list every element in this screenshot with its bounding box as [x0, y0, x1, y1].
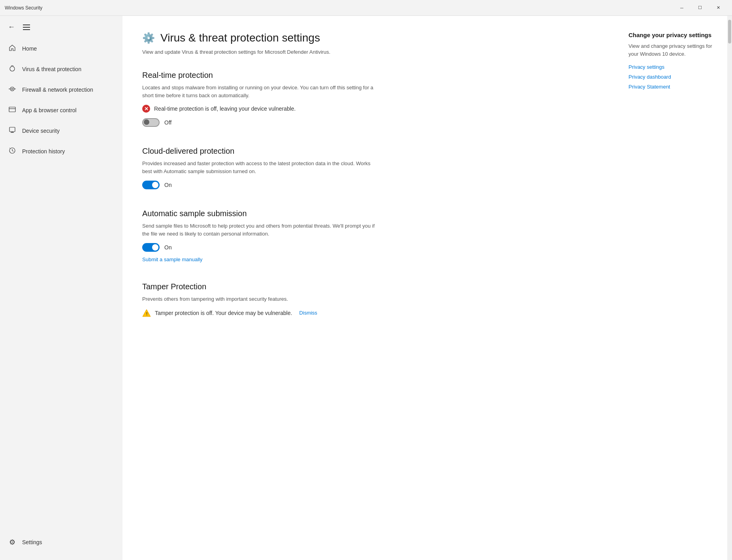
- privacy-heading: Change your privacy settings: [629, 32, 715, 38]
- back-button[interactable]: ←: [6, 21, 17, 33]
- hamburger-button[interactable]: [21, 23, 32, 32]
- hamburger-line-1: [23, 25, 30, 25]
- sidebar-top: ←: [0, 16, 122, 38]
- right-panel: Change your privacy settings View and ch…: [617, 16, 727, 560]
- scrollbar-thumb[interactable]: [728, 20, 731, 43]
- sidebar-item-label-device-security: Device security: [22, 128, 60, 134]
- svg-rect-5: [9, 107, 15, 112]
- svg-point-1: [10, 87, 14, 91]
- sidebar-item-virus[interactable]: Virus & threat protection: [0, 59, 122, 79]
- minimize-button[interactable]: ─: [673, 2, 691, 14]
- sidebar-item-label-home: Home: [22, 45, 37, 52]
- section-desc-tamper: Prevents others from tampering with impo…: [142, 295, 375, 303]
- dismiss-link[interactable]: Dismiss: [299, 310, 318, 316]
- toggle-row-auto-sample: On: [142, 243, 375, 252]
- section-title-cloud: Cloud-delivered protection: [142, 147, 375, 156]
- main-window: ← HomeVirus & threat protectionFirewall …: [0, 16, 732, 560]
- title-bar: Windows Security ─ ☐ ✕: [0, 0, 732, 16]
- toggle-auto-sample[interactable]: [142, 243, 160, 252]
- status-msg-tamper: !Tamper protection is off. Your device m…: [142, 309, 375, 317]
- firewall-nav-icon: [8, 85, 17, 94]
- privacy-link-privacy-statement[interactable]: Privacy Statement: [629, 84, 715, 90]
- sidebar: ← HomeVirus & threat protectionFirewall …: [0, 16, 122, 560]
- page-title: Virus & threat protection settings: [160, 32, 320, 44]
- privacy-desc: View and change privacy settings for you…: [629, 42, 715, 58]
- virus-nav-icon: [8, 65, 17, 74]
- settings-label: Settings: [22, 539, 42, 545]
- scrollbar[interactable]: [727, 16, 732, 560]
- sidebar-item-label-app-browser: App & browser control: [22, 107, 77, 113]
- window-title: Windows Security: [5, 5, 673, 11]
- sidebar-item-label-firewall: Firewall & network protection: [22, 87, 93, 93]
- virus-settings-icon: ⚙️: [142, 32, 155, 44]
- nav-list: HomeVirus & threat protectionFirewall & …: [0, 38, 122, 162]
- hamburger-line-2: [23, 27, 30, 28]
- warning-icon: !: [142, 309, 151, 317]
- toggle-cloud[interactable]: [142, 181, 160, 189]
- privacy-link-privacy-settings[interactable]: Privacy settings: [629, 64, 715, 70]
- close-button[interactable]: ✕: [709, 2, 727, 14]
- toggle-thumb-auto-sample: [152, 244, 158, 251]
- privacy-links: Privacy settingsPrivacy dashboardPrivacy…: [629, 64, 715, 90]
- page-subtitle: View and update Virus & threat protectio…: [142, 49, 359, 55]
- section-cloud: Cloud-delivered protectionProvides incre…: [142, 147, 375, 189]
- app-browser-nav-icon: [8, 106, 17, 115]
- page-header: ⚙️ Virus & threat protection settings: [142, 32, 597, 44]
- maximize-button[interactable]: ☐: [691, 2, 709, 14]
- home-nav-icon: [8, 44, 17, 53]
- error-icon: ✕: [142, 105, 150, 113]
- section-realtime: Real-time protectionLocates and stops ma…: [142, 71, 375, 127]
- hamburger-line-3: [23, 29, 30, 30]
- window-controls: ─ ☐ ✕: [673, 2, 727, 14]
- protection-history-nav-icon: [8, 147, 17, 156]
- toggle-label-cloud: On: [164, 182, 172, 188]
- status-text-realtime: Real-time protection is off, leaving you…: [154, 106, 295, 112]
- svg-text:!: !: [146, 312, 147, 316]
- sidebar-item-protection-history[interactable]: Protection history: [0, 141, 122, 162]
- section-title-realtime: Real-time protection: [142, 71, 375, 80]
- sidebar-item-home[interactable]: Home: [0, 38, 122, 59]
- sections-list: Real-time protectionLocates and stops ma…: [142, 71, 597, 317]
- toggle-thumb-cloud: [152, 182, 158, 188]
- svg-point-4: [11, 88, 13, 90]
- sidebar-item-label-protection-history: Protection history: [22, 148, 65, 155]
- section-desc-cloud: Provides increased and faster protection…: [142, 160, 375, 175]
- toggle-row-realtime: Off: [142, 118, 375, 127]
- sidebar-item-firewall[interactable]: Firewall & network protection: [0, 79, 122, 100]
- toggle-row-cloud: On: [142, 181, 375, 189]
- main-content: ⚙️ Virus & threat protection settings Vi…: [122, 16, 617, 560]
- submit-sample-link[interactable]: Submit a sample manually: [142, 256, 375, 262]
- section-desc-realtime: Locates and stops malware from installin…: [142, 84, 375, 99]
- device-security-nav-icon: [8, 126, 17, 136]
- section-auto-sample: Automatic sample submissionSend sample f…: [142, 209, 375, 262]
- section-tamper: Tamper ProtectionPrevents others from ta…: [142, 282, 375, 317]
- sidebar-item-app-browser[interactable]: App & browser control: [0, 100, 122, 121]
- svg-point-0: [10, 66, 15, 71]
- status-text-tamper: Tamper protection is off. Your device ma…: [155, 310, 292, 316]
- svg-rect-7: [9, 127, 15, 132]
- toggle-label-realtime: Off: [164, 119, 171, 126]
- gear-icon: ⚙: [8, 538, 17, 547]
- section-title-tamper: Tamper Protection: [142, 282, 375, 291]
- privacy-link-privacy-dashboard[interactable]: Privacy dashboard: [629, 74, 715, 80]
- status-msg-realtime: ✕Real-time protection is off, leaving yo…: [142, 105, 375, 113]
- sidebar-item-settings[interactable]: ⚙ Settings: [0, 532, 122, 552]
- sidebar-item-device-security[interactable]: Device security: [0, 121, 122, 141]
- toggle-label-auto-sample: On: [164, 244, 172, 251]
- toggle-thumb-realtime: [144, 119, 149, 125]
- section-desc-auto-sample: Send sample files to Microsoft to help p…: [142, 222, 375, 238]
- section-title-auto-sample: Automatic sample submission: [142, 209, 375, 218]
- toggle-realtime[interactable]: [142, 118, 160, 127]
- sidebar-item-label-virus: Virus & threat protection: [22, 66, 81, 72]
